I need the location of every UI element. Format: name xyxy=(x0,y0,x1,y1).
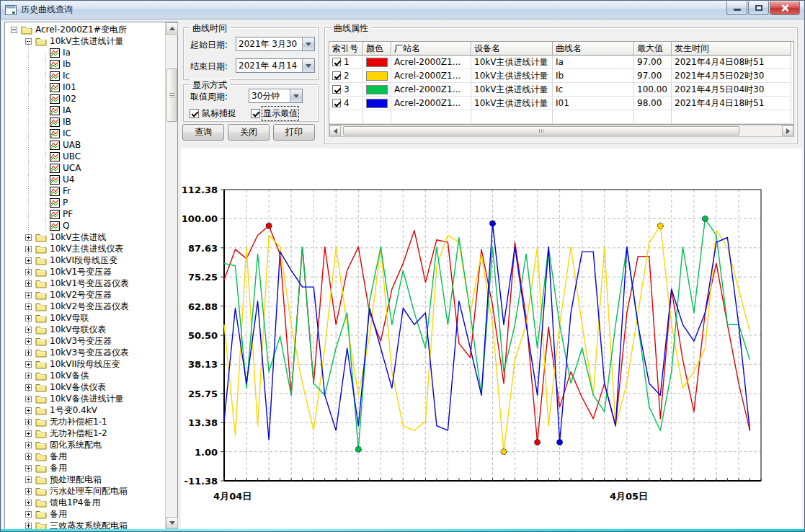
checkbox-icon[interactable] xyxy=(190,109,199,118)
table-scrollbar-thumb[interactable] xyxy=(343,126,739,136)
empty-cell xyxy=(363,110,391,124)
tree-item-folder[interactable]: 10kV母联 xyxy=(5,312,165,324)
table-row[interactable]: 2Acrel-2000Z1...10kV主供进线计量Ib97.002021年4月… xyxy=(329,69,793,83)
checkbox-icon[interactable] xyxy=(251,109,260,118)
column-header[interactable]: 颜色 xyxy=(363,42,391,56)
tree-item-folder[interactable]: 10kV主供进线仪表 xyxy=(5,243,165,254)
tree-item-folder[interactable]: 污水处理车间配电箱 xyxy=(5,485,165,497)
tree-item-curve[interactable]: IB xyxy=(5,116,165,128)
period-select[interactable]: 30分钟 xyxy=(249,89,303,103)
row-checkbox[interactable] xyxy=(332,85,341,94)
row-checkbox[interactable] xyxy=(332,71,341,80)
tree-item-folder[interactable]: 10kV主供进线 xyxy=(5,231,165,243)
tree-item-curve[interactable]: UAB xyxy=(5,139,165,151)
tree-item-curve[interactable]: IA xyxy=(5,105,165,116)
column-header[interactable]: 发生时间 xyxy=(672,42,791,56)
table-row[interactable]: 1Acrel-2000Z1...10kV主供进线计量Ia97.002021年4月… xyxy=(329,56,793,69)
column-header[interactable]: 最大值 xyxy=(634,42,672,56)
tree-item-curve[interactable]: I01 xyxy=(5,81,165,93)
color-cell xyxy=(363,56,391,69)
row-checkbox[interactable] xyxy=(332,58,341,66)
tree-item-folder[interactable]: 10kV备供仪表 xyxy=(5,381,165,393)
tree-item-curve[interactable]: PF xyxy=(5,208,165,220)
mouse-capture-checkbox[interactable]: 鼠标捕捉 xyxy=(190,107,236,120)
tree-scrollbar-thumb[interactable] xyxy=(166,68,177,122)
curve-icon xyxy=(50,152,60,161)
tree-item-folder[interactable]: 三效蒸发系统配电箱 xyxy=(5,520,165,529)
tree-item-folder[interactable]: 10kV1号变压器仪表 xyxy=(5,278,165,289)
print-button[interactable]: 打印 xyxy=(273,124,315,141)
end-date-picker[interactable]: 2021年 4月14 xyxy=(236,58,315,73)
close-button[interactable] xyxy=(770,1,800,15)
column-header[interactable]: 厂站名 xyxy=(391,42,471,56)
table-row[interactable]: 3Acrel-2000Z1...10kV主供进线计量Ic100.002021年4… xyxy=(329,83,793,97)
tree-item-curve[interactable]: I02 xyxy=(5,93,165,105)
table-empty-row xyxy=(329,110,793,124)
tree-item-folder[interactable]: 备用 xyxy=(5,462,165,474)
tree-item-curve[interactable]: Fr xyxy=(5,185,165,197)
tree-item-curve[interactable]: Ic xyxy=(5,70,165,81)
row-index: 4 xyxy=(344,98,350,108)
tree-item-folder[interactable]: 10kVII段母线压变 xyxy=(5,358,165,370)
close-dialog-button[interactable]: 关闭 xyxy=(228,124,270,141)
max-value-cell: 98.00 xyxy=(634,97,672,110)
tree-item-curve[interactable]: Q xyxy=(5,220,165,231)
tree-item-folder[interactable]: 无功补偿柜1-2 xyxy=(5,427,165,439)
scroll-left-button[interactable] xyxy=(329,125,341,136)
tree-item-group[interactable]: 10kV主供进线计量 xyxy=(5,35,165,47)
tree-item-folder[interactable]: 备用 xyxy=(5,508,165,520)
column-header[interactable]: 索引号 xyxy=(329,42,363,56)
end-date-dropdown-button[interactable] xyxy=(302,59,314,72)
query-button[interactable]: 查询 xyxy=(182,124,224,141)
tree-scrollbar[interactable] xyxy=(165,22,177,529)
tree-item-curve[interactable]: P xyxy=(5,197,165,208)
period-value: 30分钟 xyxy=(249,90,290,102)
tree-item-curve[interactable]: UBC xyxy=(5,151,165,162)
scroll-up-button[interactable] xyxy=(166,22,178,35)
chart-panel[interactable]: 112.38100.0087.6375.2562.8850.5038.1325.… xyxy=(181,148,802,530)
minimize-button[interactable] xyxy=(726,1,747,15)
title-bar[interactable]: 历史曲线查询 xyxy=(1,1,804,19)
tree-item-folder[interactable]: 10kV备供进线计量 xyxy=(5,393,165,404)
history-curve-chart[interactable]: 112.38100.0087.6375.2562.8850.5038.1325.… xyxy=(181,148,802,530)
period-dropdown-button[interactable] xyxy=(290,89,302,102)
tree-item-folder[interactable]: 1号变0.4kV xyxy=(5,404,165,416)
table-h-scrollbar[interactable] xyxy=(329,125,794,137)
start-date-dropdown-button[interactable] xyxy=(302,37,314,50)
row-checkbox[interactable] xyxy=(332,99,341,107)
scroll-down-button[interactable] xyxy=(166,517,178,529)
tree-item-folder[interactable]: 10kV3号变压器 xyxy=(5,335,165,347)
table-row[interactable]: 4Acrel-2000Z1...10kV主供进线计量I0198.002021年4… xyxy=(329,97,793,110)
tree-item-label: Ia xyxy=(63,48,71,58)
tree-item-curve[interactable]: U4 xyxy=(5,174,165,185)
tree-item-folder[interactable]: 10kV2号变压器 xyxy=(5,289,165,301)
tree-item-curve[interactable]: Ib xyxy=(5,58,165,70)
period-label: 取值周期: xyxy=(190,91,228,103)
tree-item-folder[interactable]: 10kV3号变压器仪表 xyxy=(5,347,165,358)
tree-item-curve[interactable]: IC xyxy=(5,128,165,139)
tree-item-folder[interactable]: 无功补偿柜1-1 xyxy=(5,416,165,427)
start-date-picker[interactable]: 2021年 3月30 xyxy=(236,37,315,51)
tree-item-folder[interactable]: 备用 xyxy=(5,451,165,462)
tree-item-folder[interactable]: 10kV2号变压器仪表 xyxy=(5,301,165,312)
max-marker-Ib xyxy=(657,223,663,229)
tree-item-folder[interactable]: 10kVI段母线压变 xyxy=(5,254,165,266)
tree-item-root[interactable]: Acrel-2000Z1#变电所 xyxy=(5,24,165,35)
curve-icon xyxy=(50,187,60,196)
tree-item-curve[interactable]: Ia xyxy=(5,47,165,58)
tree-item-folder[interactable]: 固化系统配电 xyxy=(5,439,165,451)
tree-item-folder[interactable]: 馈电1P4备用 xyxy=(5,497,165,508)
curve-color-swatch xyxy=(366,85,388,94)
scroll-right-button[interactable] xyxy=(782,125,793,136)
column-header[interactable]: 曲线名 xyxy=(553,42,634,56)
tree-item-folder[interactable]: 10kV母联仪表 xyxy=(5,324,165,335)
tree-item-folder[interactable]: 预处理配电箱 xyxy=(5,474,165,485)
column-header[interactable]: 设备名 xyxy=(471,42,553,56)
maximize-button[interactable] xyxy=(748,1,769,15)
tree-item-folder[interactable]: 10kV备供 xyxy=(5,370,165,381)
collapse-icon[interactable] xyxy=(11,27,17,33)
tree-item-label: UCA xyxy=(63,163,81,173)
tree-item-curve[interactable]: UCA xyxy=(5,162,165,174)
show-extremes-checkbox[interactable]: 显示最值 xyxy=(251,107,298,120)
tree-item-folder[interactable]: 10kV1号变压器 xyxy=(5,266,165,278)
